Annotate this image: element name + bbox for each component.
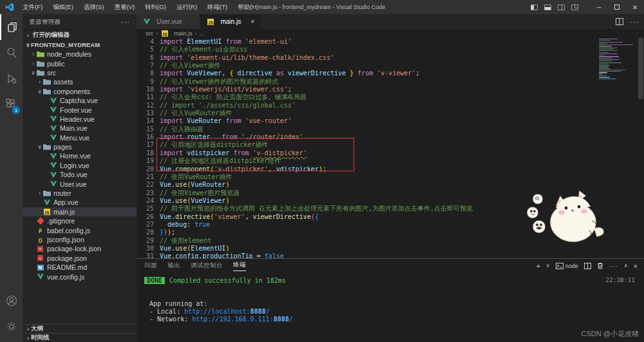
terminal-shell-picker[interactable]: node — [556, 263, 578, 269]
chevron-right-icon: › — [25, 335, 31, 341]
split-terminal-icon[interactable] — [584, 263, 591, 269]
tree-item-router[interactable]: ›router — [23, 189, 137, 198]
tree-item-header.vue[interactable]: Header.vue — [23, 115, 137, 124]
menu-item[interactable]: 终端(T) — [203, 2, 232, 13]
customize-layout-icon[interactable] — [571, 5, 578, 10]
tree-item-captcha.vue[interactable]: Captcha.vue — [23, 96, 137, 105]
line-number: 5 — [137, 46, 160, 53]
menu-item[interactable]: 编辑(E) — [48, 2, 78, 13]
tree-item-jsconfig.json[interactable]: {}jsconfig.json — [23, 235, 137, 244]
vue-file-icon — [49, 115, 57, 122]
new-terminal-icon[interactable]: + — [536, 262, 540, 270]
toggle-sidebar-icon[interactable] — [531, 5, 538, 10]
line-number: 7 — [137, 62, 160, 70]
tree-item-user.vue[interactable]: User.vue — [23, 179, 137, 188]
timeline-section[interactable]: › 时间线 — [23, 333, 137, 342]
tree-item-main.vue[interactable]: Main.vue — [23, 124, 137, 133]
line-number: 6 — [137, 54, 160, 62]
run-debug-icon[interactable] — [0, 66, 23, 91]
tree-item-menu.vue[interactable]: Menu.vue — [23, 133, 137, 142]
editor-tab-user.vue[interactable]: User.vue — [137, 14, 200, 29]
panel-more-actions-icon[interactable]: ··· — [609, 262, 618, 270]
terminal-output[interactable]: DONECompiled successfully in 182ms App r… — [137, 272, 644, 323]
tree-item-package.json[interactable]: npackage.json — [23, 254, 137, 263]
local-url-link[interactable]: http://localhost:8888/ — [184, 308, 269, 315]
close-panel-icon[interactable]: × — [634, 262, 638, 270]
terminal-dropdown-icon[interactable]: ∨ — [546, 263, 550, 269]
toggle-panel-icon[interactable] — [544, 5, 551, 10]
network-url-link[interactable]: http://192.168.0.111:8888/ — [192, 316, 293, 323]
window-title: main.js - frontend_mydream - Visual Stud… — [259, 4, 385, 10]
open-editors-section[interactable]: › 打开的编辑器 — [23, 30, 137, 40]
editor-more-actions-icon[interactable]: ··· — [630, 18, 639, 26]
tree-item-login.vue[interactable]: Login.vue — [23, 161, 137, 170]
menu-item[interactable]: 选择(S) — [79, 2, 109, 13]
tree-item-readme.md[interactable]: MREADME.md — [23, 263, 137, 272]
editor-scrollbar-thumb[interactable] — [638, 38, 643, 99]
tree-item-home.vue[interactable]: Home.vue — [23, 151, 137, 160]
panel-tab-item[interactable]: 问题 — [144, 261, 157, 270]
tree-item-babel.config.js[interactable]: βbabel.config.js — [23, 225, 137, 234]
minimize-button[interactable]: ─ — [590, 0, 608, 14]
panel-tab-item[interactable]: 调试控制台 — [191, 261, 223, 270]
close-window-button[interactable]: ✕ — [626, 0, 644, 14]
tree-item-public[interactable]: ›public — [23, 59, 137, 68]
extensions-icon[interactable]: 1 — [0, 91, 23, 117]
menu-item[interactable]: 转到(G) — [140, 2, 171, 13]
chevron-right-icon: › — [25, 326, 31, 332]
breadcrumb-item[interactable]: ... — [200, 30, 205, 37]
kill-terminal-trash-icon[interactable] — [597, 262, 603, 269]
split-editor-icon[interactable] — [616, 18, 623, 25]
accounts-icon[interactable] — [0, 288, 23, 314]
chevron-down-icon: ∨ — [37, 88, 43, 95]
chevron-right-icon: › — [25, 32, 31, 39]
breadcrumb[interactable]: src›JSmain.js›... — [137, 29, 644, 38]
tree-item-node-modules[interactable]: ›node_modules — [23, 50, 137, 59]
tree-item-label: Menu.vue — [60, 134, 90, 142]
terminal-panel: 问题输出调试控制台终端 + ∨ node ··· ∧ × 22:38:11 DO… — [137, 258, 644, 342]
sidebar-more-actions-icon[interactable]: ··· — [121, 18, 130, 26]
tree-item-vue.config.js[interactable]: vue.config.js — [23, 272, 137, 281]
chevron-down-icon: ∨ — [25, 42, 31, 48]
tree-item-pages[interactable]: ∨pages — [23, 142, 137, 151]
line-number: 30 — [137, 245, 160, 252]
npm-file-icon: n — [36, 245, 44, 252]
tree-item-footer.vue[interactable]: Footer.vue — [23, 105, 137, 114]
menu-item[interactable]: 文件(F) — [18, 2, 47, 13]
line-number: 31 — [137, 252, 160, 258]
line-number: 11 — [137, 93, 160, 101]
tree-item-package-lock.json[interactable]: npackage-lock.json — [23, 244, 137, 253]
tree-item-main.js[interactable]: JSmain.js — [23, 207, 137, 216]
explorer-icon[interactable] — [0, 14, 23, 40]
toggle-secondary-sidebar-icon[interactable] — [558, 5, 565, 10]
breadcrumb-item[interactable]: main.js — [174, 30, 193, 37]
code-line: 14import VueRouter from 'vue-router' — [137, 117, 644, 125]
menu-item[interactable]: 查看(V) — [109, 2, 139, 13]
tree-item-app.vue[interactable]: App.vue — [23, 198, 137, 207]
tree-item-todo.vue[interactable]: Todo.vue — [23, 170, 137, 179]
close-tab-icon[interactable]: × — [251, 18, 254, 25]
editor-tab-main.js[interactable]: JSmain.js× — [200, 14, 261, 29]
tree-item-.gitignore[interactable]: .gitignore — [23, 216, 137, 225]
tree-item-components[interactable]: ∨components — [23, 87, 137, 96]
maximize-panel-icon[interactable]: ∧ — [624, 263, 628, 269]
line-number: 27 — [137, 221, 160, 229]
tree-item-label: babel.config.js — [47, 227, 90, 234]
code-line: 11// 引入全局css: 防止页面空白过多。铺满布局器 — [137, 93, 644, 101]
editor-scrollbar[interactable] — [638, 38, 644, 258]
tree-item-src[interactable]: ∨src — [23, 68, 137, 77]
breadcrumb-separator: › — [195, 30, 197, 37]
tree-item-assets[interactable]: ›assets — [23, 77, 137, 86]
panel-tab-item[interactable]: 输出 — [167, 261, 180, 270]
tree-item-label: vue.config.js — [47, 273, 84, 281]
menu-item[interactable]: 运行(R) — [172, 2, 202, 13]
settings-gear-icon[interactable] — [0, 314, 23, 339]
search-icon[interactable] — [0, 40, 23, 66]
minimap[interactable] — [599, 39, 635, 80]
maximize-button[interactable] — [608, 0, 626, 14]
breadcrumb-item[interactable]: src — [146, 30, 153, 37]
done-badge: DONE — [144, 277, 165, 284]
tree-root-folder[interactable]: ∨ FRONTEND_MYDREAM — [23, 40, 137, 50]
panel-tab-terminal-active[interactable]: 终端 — [233, 261, 246, 271]
outline-section[interactable]: › 大纲 — [23, 324, 137, 333]
